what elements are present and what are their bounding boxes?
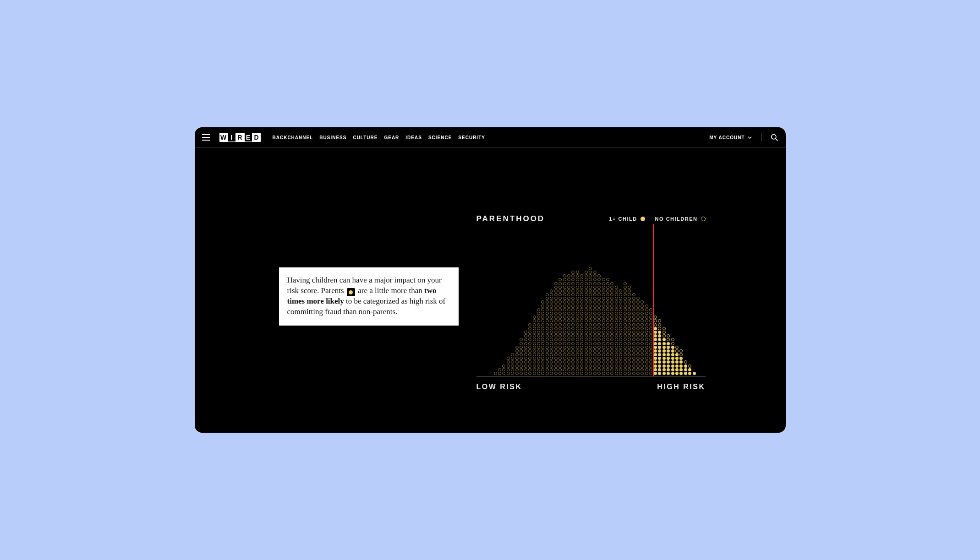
chart-bin — [537, 308, 541, 376]
chart-bin — [567, 274, 571, 376]
chart-bin — [545, 293, 549, 376]
legend-item: 1+ CHILD — [609, 216, 645, 222]
app-frame: WIRED BACKCHANNELBUSINESSCULTUREGEARIDEA… — [195, 127, 786, 433]
chart-legend: 1+ CHILDNO CHILDREN — [609, 216, 705, 222]
chart-header: PARENTHOOD 1+ CHILDNO CHILDREN — [476, 214, 706, 223]
chart-bin — [588, 267, 592, 376]
chart-bin — [592, 271, 597, 376]
chart-bin — [493, 372, 497, 376]
account-menu[interactable]: MY ACCOUNT — [709, 135, 751, 140]
chart-columns — [485, 230, 701, 376]
site-logo[interactable]: WIRED — [219, 133, 261, 142]
chart-bin — [619, 289, 623, 376]
chart-bin — [692, 372, 696, 376]
chart-bin — [627, 286, 631, 376]
chart-bin — [528, 323, 532, 376]
chart-bin — [636, 297, 640, 376]
chart-bin — [498, 368, 502, 376]
chart-plot — [476, 230, 706, 376]
chart-bin — [679, 349, 683, 376]
chart-bin — [571, 271, 575, 376]
nav-item-science[interactable]: SCIENCE — [428, 135, 452, 140]
chart-bin — [506, 357, 510, 376]
callout-text-2: are a little more than — [356, 286, 424, 295]
search-icon[interactable] — [771, 134, 778, 141]
topbar: WIRED BACKCHANNELBUSINESSCULTUREGEARIDEA… — [195, 127, 786, 148]
chart-bin — [649, 308, 653, 376]
account-label: MY ACCOUNT — [709, 135, 745, 140]
chart-bin — [584, 271, 588, 376]
nav-item-security[interactable]: SECURITY — [458, 135, 485, 140]
chart-bin — [688, 364, 692, 376]
primary-nav: BACKCHANNELBUSINESSCULTUREGEARIDEASSCIEN… — [273, 135, 485, 140]
content: Having children can have a major impact … — [195, 148, 786, 433]
chart-bin — [485, 375, 489, 376]
chart-bin — [657, 319, 662, 376]
nav-item-ideas[interactable]: IDEAS — [405, 135, 422, 140]
chart-bin — [575, 271, 580, 376]
chart-bin — [519, 338, 523, 376]
chart-title: PARENTHOOD — [476, 214, 545, 223]
divider — [761, 133, 761, 141]
chart-bin — [580, 274, 584, 376]
chart-bin — [623, 282, 627, 376]
chart-bin — [532, 315, 536, 376]
chart-bin — [597, 274, 601, 376]
chart-bin — [640, 300, 644, 376]
chart-bin — [614, 286, 619, 376]
chart-bin — [662, 327, 666, 376]
nav-item-culture[interactable]: CULTURE — [353, 135, 378, 140]
chart-bin — [523, 331, 527, 376]
chart-bin — [670, 338, 674, 376]
chart-bin — [510, 353, 515, 376]
chart-bin — [558, 278, 562, 376]
nav-item-backchannel[interactable]: BACKCHANNEL — [273, 135, 313, 140]
chart: PARENTHOOD 1+ CHILDNO CHILDREN LOW RISK … — [476, 214, 706, 391]
chart-bin — [606, 278, 610, 376]
axis-labels: LOW RISK HIGH RISK — [476, 383, 706, 391]
chart-bin — [541, 300, 545, 376]
chart-bin — [631, 293, 635, 376]
legend-item: NO CHILDREN — [655, 216, 706, 222]
svg-line-1 — [776, 139, 777, 141]
svg-point-0 — [771, 134, 776, 139]
chart-bin — [502, 364, 506, 376]
chart-bin — [610, 282, 614, 376]
chart-bin — [684, 360, 688, 376]
chart-bin — [653, 315, 657, 376]
callout-card: Having children can have a major impact … — [279, 267, 459, 326]
parent-swatch-icon — [347, 288, 355, 296]
chart-bin — [666, 334, 670, 376]
chart-bin — [675, 346, 679, 376]
chart-bin — [515, 346, 519, 376]
nav-item-gear[interactable]: GEAR — [384, 135, 399, 140]
nav-item-business[interactable]: BUSINESS — [319, 135, 346, 140]
chart-bin — [601, 278, 605, 376]
chart-bin — [562, 274, 566, 376]
chart-bin — [549, 289, 553, 376]
chevron-down-icon — [748, 136, 752, 140]
chart-bin — [554, 282, 558, 376]
axis-low: LOW RISK — [476, 383, 522, 391]
chart-bin — [696, 375, 701, 376]
hamburger-icon[interactable] — [202, 134, 210, 141]
chart-bin — [645, 304, 649, 376]
axis-high: HIGH RISK — [657, 383, 705, 391]
chart-bin — [489, 375, 493, 376]
